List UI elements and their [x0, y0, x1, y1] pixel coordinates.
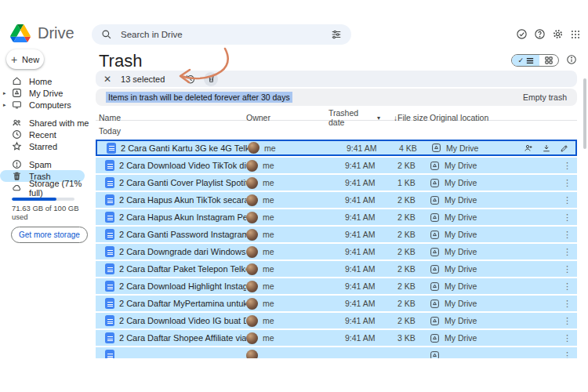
sidebar-item-starred[interactable]: Starred	[0, 140, 92, 152]
share-icon[interactable]	[524, 143, 533, 153]
my-drive-location-icon	[430, 212, 440, 223]
file-row[interactable]: 2 Cara Ganti Kartu 3G ke 4G Telkomsel vi…	[96, 140, 577, 156]
sidebar-item-my-drive[interactable]: ▸ My Drive	[0, 87, 92, 99]
more-options-icon[interactable]: ⋮	[563, 264, 572, 274]
owner-avatar	[246, 194, 258, 206]
file-name: 2 Cara Hapus Akun TikTok secara Permanen…	[119, 195, 246, 205]
row-actions: ☆ ⋮	[522, 247, 577, 257]
sidebar-item-computers[interactable]: ▸ Computers	[0, 99, 92, 111]
vertical-scrollbar[interactable]	[583, 78, 586, 149]
clear-selection-button[interactable]: ✕	[103, 74, 111, 85]
offline-status-icon[interactable]	[516, 28, 528, 40]
more-options-icon[interactable]: ⋮	[563, 350, 572, 359]
storage-used-text: 71.63 GB of 100 GB used	[0, 204, 92, 221]
file-row[interactable]: 2 Cara Daftar Paket Telepon Telkomsel, H…	[96, 261, 577, 277]
owner-cell: me	[246, 229, 328, 241]
more-options-icon[interactable]: ⋮	[563, 281, 572, 292]
file-row[interactable]: 2 Cara Downgrade dari Windows 11 ke Wind…	[96, 244, 577, 260]
more-options-icon[interactable]: ⋮	[563, 195, 572, 205]
file-row[interactable]: 2 Cara Daftar MyPertamina untuk Mendapat…	[96, 296, 577, 311]
location-name: My Drive	[445, 178, 477, 187]
restore-from-trash-button[interactable]	[185, 74, 196, 85]
rename-icon[interactable]	[560, 143, 569, 153]
more-options-icon[interactable]: ⋮	[563, 212, 572, 223]
file-row[interactable]: 2 Cara Hapus Akun TikTok secara Permanen…	[96, 192, 577, 208]
file-size: 4 KB	[399, 143, 431, 153]
original-location-cell: My Drive	[430, 161, 522, 171]
sidebar-item-label: My Drive	[29, 89, 63, 98]
document-file-icon	[105, 315, 114, 326]
row-actions: ☆ ⋮	[522, 316, 577, 326]
get-more-storage-button[interactable]: Get more storage	[11, 227, 88, 243]
more-options-icon[interactable]: ⋮	[563, 247, 572, 257]
document-file-icon	[107, 143, 116, 154]
advanced-search-icon[interactable]	[331, 29, 342, 40]
column-header-file-size[interactable]: File size	[397, 113, 430, 122]
owner-avatar	[246, 246, 258, 258]
file-row[interactable]: 2 Cara Download Video TikTok di HP Andro…	[96, 158, 577, 173]
expand-caret-icon[interactable]: ▸	[3, 90, 6, 96]
owner-cell: me	[246, 160, 328, 172]
column-header-original-location[interactable]: Original location	[430, 113, 522, 122]
file-name: 2 Cara Hapus Akun Instagram Permanen Ter…	[119, 212, 246, 222]
column-header-owner[interactable]: Owner	[246, 113, 328, 122]
download-icon[interactable]	[542, 143, 551, 153]
document-file-icon	[105, 194, 114, 205]
owner-avatar	[246, 281, 258, 292]
file-row[interactable]: ☆ ⋮	[96, 347, 577, 358]
my-drive-location-icon	[430, 350, 440, 359]
file-size: 2 KB	[397, 281, 430, 291]
table-header-row: Name Owner Trashed date ▾ ↓ File size Or…	[96, 108, 577, 121]
file-row[interactable]: 2 Cara Ganti Password Instagram via HP d…	[96, 227, 577, 242]
settings-icon[interactable]	[552, 28, 564, 40]
more-options-icon[interactable]: ⋮	[563, 230, 572, 240]
owner-name: me	[263, 230, 274, 239]
file-name: 2 Cara Daftar Shopee Affiliate via HP un…	[119, 333, 246, 343]
grid-view-button[interactable]	[539, 55, 558, 66]
more-options-icon[interactable]: ⋮	[563, 178, 572, 188]
location-name: My Drive	[445, 264, 477, 274]
empty-trash-button[interactable]: Empty trash	[523, 93, 567, 102]
sidebar-item-storage[interactable]: Storage (71% full)	[0, 182, 92, 194]
sidebar-item-recent[interactable]: Recent	[0, 129, 92, 140]
expand-caret-icon[interactable]: ▸	[3, 102, 6, 108]
trash-banner-message: Items in trash will be deleted forever a…	[106, 92, 292, 103]
plus-icon: +	[11, 54, 17, 65]
details-info-button[interactable]	[566, 54, 577, 65]
original-location-cell: My Drive	[430, 195, 522, 205]
file-row[interactable]: 2 Cara Ganti Cover Playlist Spotify deng…	[96, 175, 577, 191]
file-row[interactable]: 2 Cara Hapus Akun Instagram Permanen Ter…	[96, 209, 577, 225]
more-options-icon[interactable]: ⋮	[563, 316, 572, 326]
file-row[interactable]: 2 Cara Download Video IG buat Disimpan d…	[96, 313, 577, 328]
document-file-icon	[105, 229, 114, 240]
row-actions: ☆ ⋮	[522, 230, 577, 240]
delete-forever-button[interactable]	[204, 72, 218, 86]
column-header-trashed-date[interactable]: Trashed date ▾ ↓	[328, 108, 397, 127]
column-header-name[interactable]: Name	[96, 113, 246, 122]
trash-banner: Items in trash will be deleted forever a…	[96, 89, 577, 106]
google-drive-trash-page: Drive Search in Drive	[0, 0, 588, 392]
help-icon[interactable]	[534, 28, 546, 40]
location-name: My Drive	[445, 230, 477, 239]
sidebar-item-home[interactable]: Home	[0, 75, 92, 87]
list-view-button[interactable]: ✓	[512, 55, 539, 66]
dropdown-caret-icon: ▾	[377, 114, 380, 122]
more-options-icon[interactable]: ⋮	[563, 299, 572, 309]
owner-avatar	[246, 298, 258, 310]
more-options-icon[interactable]: ⋮	[563, 333, 572, 343]
file-row[interactable]: 2 Cara Download Highlight Instagram deng…	[96, 278, 577, 294]
sidebar-item-spam[interactable]: Spam	[0, 158, 92, 170]
owner-cell: me	[246, 263, 328, 275]
file-row[interactable]: 2 Cara Daftar Shopee Affiliate via HP un…	[96, 330, 577, 346]
drive-logo[interactable]: Drive	[10, 24, 74, 42]
sidebar-item-shared-with-me[interactable]: Shared with me	[0, 117, 92, 129]
apps-grid-icon[interactable]	[570, 29, 581, 40]
file-name: 2 Cara Ganti Password Instagram via HP d…	[119, 230, 246, 239]
row-actions: ☆ ⋮	[522, 350, 577, 359]
more-options-icon[interactable]: ⋮	[563, 161, 572, 171]
file-name: 2 Cara Download Video TikTok di HP Andro…	[119, 161, 246, 170]
page-title: Trash	[99, 51, 142, 71]
new-button[interactable]: + New	[6, 49, 44, 69]
search-input[interactable]: Search in Drive	[92, 24, 351, 45]
row-actions: ☆ ⋮	[522, 333, 577, 343]
